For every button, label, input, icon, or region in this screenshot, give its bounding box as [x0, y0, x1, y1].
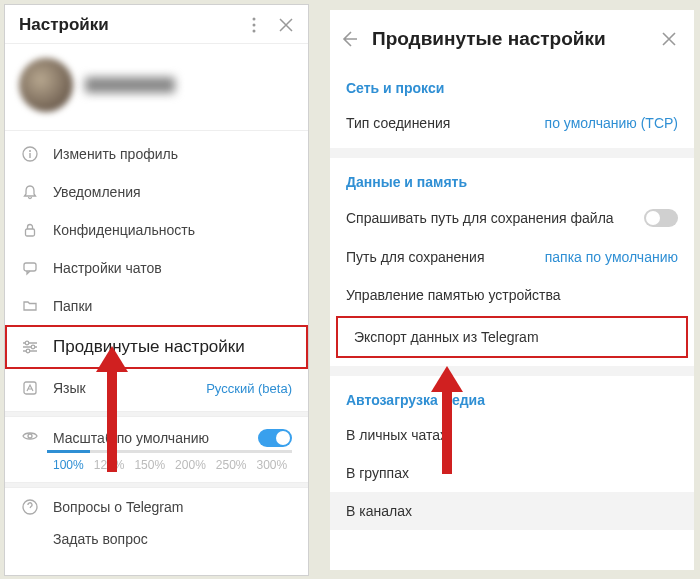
- row-value: папка по умолчанию: [545, 249, 678, 265]
- header-actions: [246, 17, 294, 33]
- svg-point-8: [25, 341, 29, 345]
- help-icon: [21, 498, 39, 516]
- settings-item-folders[interactable]: Папки: [5, 287, 308, 325]
- row-connection-type[interactable]: Тип соединения по умолчанию (TCP): [330, 104, 694, 142]
- item-label: Продвинутые настройки: [53, 337, 292, 357]
- profile-area[interactable]: [5, 44, 308, 131]
- item-label: Папки: [53, 298, 292, 314]
- annotation-arrow-right: [427, 362, 467, 482]
- row-channels[interactable]: В каналах: [330, 492, 694, 530]
- scale-value: 150%: [134, 458, 165, 472]
- item-label: Конфиденциальность: [53, 222, 292, 238]
- more-menu-icon[interactable]: [246, 17, 262, 33]
- section-title: Автозагрузка медиа: [330, 386, 694, 416]
- svg-rect-6: [26, 229, 35, 236]
- settings-item-chat-settings[interactable]: Настройки чатов: [5, 249, 308, 287]
- section-automedia: Автозагрузка медиа В личных чатах В груп…: [330, 376, 694, 536]
- close-icon[interactable]: [658, 28, 680, 50]
- svg-point-0: [253, 18, 256, 21]
- scale-value: 300%: [257, 458, 288, 472]
- row-label: Экспорт данных из Telegram: [354, 329, 670, 345]
- scale-value: 100%: [53, 458, 84, 472]
- row-groups[interactable]: В группах: [330, 454, 694, 492]
- svg-rect-7: [24, 263, 36, 271]
- row-label: В каналах: [346, 503, 678, 519]
- avatar: [19, 58, 73, 112]
- svg-rect-5: [29, 153, 30, 158]
- svg-point-12: [28, 434, 32, 438]
- advanced-title: Продвинутые настройки: [372, 28, 646, 50]
- row-label: В группах: [346, 465, 678, 481]
- section-title: Данные и память: [330, 168, 694, 198]
- scale-values[interactable]: 100% 125% 150% 200% 250% 300%: [5, 452, 308, 482]
- scale-row[interactable]: Масштаб по умолчанию: [5, 417, 308, 452]
- advanced-header: Продвинутые настройки: [330, 10, 694, 64]
- settings-item-edit-profile[interactable]: Изменить профиль: [5, 135, 308, 173]
- settings-item-faq[interactable]: Вопросы о Telegram: [5, 488, 308, 526]
- bell-icon: [21, 183, 39, 201]
- row-export-data[interactable]: Экспорт данных из Telegram: [336, 316, 688, 358]
- item-label: Вопросы о Telegram: [53, 499, 292, 515]
- section-network: Сеть и прокси Тип соединения по умолчани…: [330, 64, 694, 158]
- row-private-chats[interactable]: В личных чатах: [330, 416, 694, 454]
- svg-point-1: [253, 24, 256, 27]
- section-title: Сеть и прокси: [330, 74, 694, 104]
- settings-item-privacy[interactable]: Конфиденциальность: [5, 211, 308, 249]
- item-label: Уведомления: [53, 184, 292, 200]
- settings-item-language[interactable]: Язык Русский (beta): [5, 369, 308, 407]
- row-download-path[interactable]: Путь для сохранения папка по умолчанию: [330, 238, 694, 276]
- settings-list: Изменить профиль Уведомления Конфиденциа…: [5, 131, 308, 411]
- row-label: В личных чатах: [346, 427, 678, 443]
- row-label: Спрашивать путь для сохранения файла: [346, 210, 634, 226]
- scale-toggle[interactable]: [258, 429, 292, 447]
- folder-icon: [21, 297, 39, 315]
- item-label: Изменить профиль: [53, 146, 292, 162]
- item-label: Задать вопрос: [53, 531, 292, 547]
- item-value: Русский (beta): [206, 381, 292, 396]
- info-icon: [21, 145, 39, 163]
- toggle-off[interactable]: [644, 209, 678, 227]
- settings-item-notifications[interactable]: Уведомления: [5, 173, 308, 211]
- section-data-memory: Данные и память Спрашивать путь для сохр…: [330, 158, 694, 376]
- row-label: Тип соединения: [346, 115, 535, 131]
- settings-item-ask[interactable]: Задать вопрос: [5, 526, 308, 558]
- scale-value: 250%: [216, 458, 247, 472]
- eye-icon: [21, 427, 39, 448]
- lock-icon: [21, 221, 39, 239]
- row-ask-download-path[interactable]: Спрашивать путь для сохранения файла: [330, 198, 694, 238]
- settings-item-advanced[interactable]: Продвинутые настройки: [5, 325, 308, 369]
- chat-icon: [21, 259, 39, 277]
- settings-title: Настройки: [19, 15, 109, 35]
- svg-point-4: [29, 150, 31, 152]
- settings-header: Настройки: [5, 5, 308, 44]
- row-value: по умолчанию (TCP): [545, 115, 678, 131]
- annotation-arrow-left: [92, 342, 132, 482]
- close-icon[interactable]: [278, 17, 294, 33]
- row-manage-storage[interactable]: Управление памятью устройства: [330, 276, 694, 314]
- profile-name: [85, 77, 175, 93]
- sliders-icon: [21, 338, 39, 356]
- scale-label: Масштаб по умолчанию: [53, 430, 244, 446]
- blank-icon: [21, 530, 39, 548]
- advanced-settings-panel: Продвинутые настройки Сеть и прокси Тип …: [330, 10, 694, 570]
- language-icon: [21, 379, 39, 397]
- back-arrow-icon[interactable]: [338, 28, 360, 50]
- row-label: Управление памятью устройства: [346, 287, 678, 303]
- settings-panel: Настройки Изменить профиль Уведомления: [4, 4, 309, 576]
- svg-point-10: [26, 349, 30, 353]
- svg-point-9: [31, 345, 35, 349]
- scale-value: 200%: [175, 458, 206, 472]
- row-label: Путь для сохранения: [346, 249, 535, 265]
- svg-point-2: [253, 30, 256, 33]
- item-label: Настройки чатов: [53, 260, 292, 276]
